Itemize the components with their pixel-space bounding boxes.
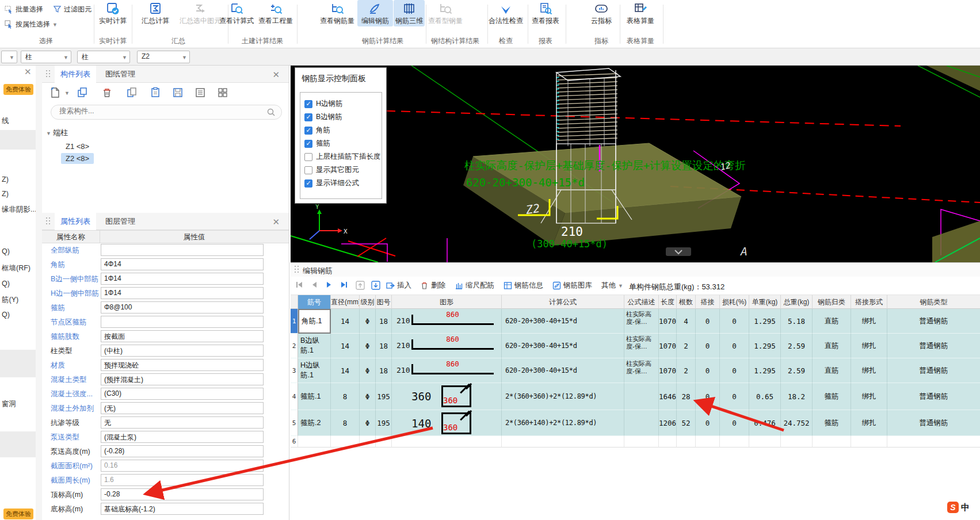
diameter-cell[interactable]: 14: [331, 358, 360, 383]
grade-cell[interactable]: Φ: [360, 334, 376, 358]
close-icon[interactable]: ✕: [272, 70, 280, 80]
formula-cell[interactable]: 620-20+300-40+15*d: [502, 309, 624, 334]
steel-type-cell[interactable]: 普通钢筋: [887, 358, 980, 383]
tab-layer-management[interactable]: 图层管理: [100, 213, 141, 230]
unit-weight-cell[interactable]: 1.295: [749, 334, 781, 358]
property-value-field[interactable]: [101, 316, 264, 328]
copy-component-icon[interactable]: [77, 87, 88, 98]
total-weight-cell[interactable]: 18.2: [781, 383, 813, 410]
filter-elements-button[interactable]: 过滤图元: [53, 5, 91, 14]
move-row-up-button[interactable]: [356, 281, 365, 290]
shape-cell[interactable]: 140 360: [392, 410, 502, 436]
strip-item[interactable]: Z): [2, 190, 9, 198]
row-number-cell[interactable]: 5: [291, 410, 298, 436]
delete-row-button[interactable]: 删除: [420, 281, 445, 290]
shape-cell[interactable]: 210 860: [392, 309, 502, 334]
unit-weight-cell[interactable]: 0.65: [749, 383, 781, 410]
shape-no-cell[interactable]: [376, 436, 392, 448]
total-weight-cell[interactable]: 2.59: [781, 358, 813, 383]
diameter-cell[interactable]: 14: [331, 334, 360, 358]
bar-name-cell[interactable]: H边纵筋.1: [298, 358, 331, 383]
steel-type-cell[interactable]: 普通钢筋: [887, 410, 980, 436]
selector-combo-name[interactable]: Z2▼: [137, 51, 190, 63]
loss-cell[interactable]: 0: [720, 334, 749, 358]
next-row-button[interactable]: [325, 281, 333, 289]
chevron-down-icon[interactable]: ▼: [64, 90, 70, 96]
strip-item[interactable]: Q): [2, 280, 10, 288]
formula-cell[interactable]: 2*(360+360)+2*(12.89*d): [502, 383, 624, 410]
close-icon[interactable]: ✕: [24, 68, 32, 76]
property-value-field[interactable]: 1Φ14: [101, 287, 264, 299]
property-value-field[interactable]: 1.6: [101, 474, 264, 486]
search-input[interactable]: [59, 107, 255, 115]
strip-item[interactable]: 缘非阴影...: [2, 205, 36, 215]
display-option-checkbox[interactable]: 箍筋: [304, 137, 382, 150]
lap-cell[interactable]: 0: [696, 309, 720, 334]
bar-name-cell[interactable]: 角筋.1: [298, 309, 331, 334]
rebar-info-button[interactable]: 钢筋信息: [504, 281, 543, 290]
property-value-field[interactable]: 1Φ14: [101, 273, 264, 285]
tree-item-z2[interactable]: Z2 <8>: [61, 153, 94, 164]
display-option-checkbox[interactable]: 角筋: [304, 124, 382, 137]
bar-name-cell[interactable]: 箍筋.2: [298, 410, 331, 436]
length-cell[interactable]: 1070: [659, 358, 677, 383]
lap-type-cell[interactable]: 绑扎: [851, 334, 887, 358]
other-menu-button[interactable]: 其他▼: [601, 281, 623, 290]
strip-item[interactable]: Q): [2, 311, 10, 319]
length-cell[interactable]: [659, 436, 677, 448]
store-icon[interactable]: [172, 87, 184, 98]
tab-component-list[interactable]: 构件列表: [55, 66, 96, 83]
cloud-index-button[interactable]: 云指标: [585, 0, 617, 26]
steel-type-cell[interactable]: 普通钢筋: [887, 383, 980, 410]
count-cell[interactable]: 2: [677, 358, 696, 383]
bar-name-cell[interactable]: 箍筋.1: [298, 383, 331, 410]
formula-cell[interactable]: 2*(360+140)+2*(12.89*d): [502, 410, 624, 436]
loss-cell[interactable]: 0: [720, 358, 749, 383]
formula-cell[interactable]: 620-20+300-40+15*d: [502, 358, 624, 383]
display-option-checkbox[interactable]: B边钢筋: [304, 110, 382, 124]
formula-desc-cell[interactable]: [624, 383, 659, 410]
grade-cell[interactable]: [360, 436, 376, 448]
property-value-field[interactable]: (混凝土泵): [101, 431, 264, 443]
property-value-field[interactable]: 4Φ14: [101, 258, 264, 270]
formula-cell[interactable]: [502, 436, 624, 448]
diameter-cell[interactable]: 8: [331, 410, 360, 436]
shape-no-cell[interactable]: 18: [376, 334, 392, 358]
count-cell[interactable]: 2: [677, 334, 696, 358]
strip-item[interactable]: Z): [2, 175, 9, 183]
category-cell[interactable]: 直筋: [813, 334, 851, 358]
diameter-cell[interactable]: 8: [331, 383, 360, 410]
tab-drawing-management[interactable]: 图纸管理: [100, 66, 141, 83]
view-rebar-qty-button[interactable]: 查看钢筋量: [318, 0, 357, 26]
grade-cell[interactable]: Φ: [360, 383, 376, 410]
property-value-field[interactable]: [101, 244, 264, 256]
total-weight-cell[interactable]: 24.752: [781, 410, 813, 436]
list-view-icon[interactable]: [195, 87, 206, 98]
diameter-cell[interactable]: [331, 436, 360, 448]
property-value-field[interactable]: 预拌现浇砼: [101, 359, 264, 371]
lap-cell[interactable]: 0: [696, 383, 720, 410]
go-first-row-button[interactable]: [295, 281, 303, 289]
formula-desc-cell[interactable]: 柱实际高度-保…: [624, 309, 659, 334]
grade-cell[interactable]: Φ: [360, 410, 376, 436]
shape-no-cell[interactable]: 18: [376, 358, 392, 383]
property-value-field[interactable]: (无): [101, 402, 264, 414]
strip-item[interactable]: 窗洞: [2, 399, 16, 409]
loss-cell[interactable]: [720, 436, 749, 448]
rebar-library-button[interactable]: 钢筋图库: [552, 281, 592, 290]
strip-item[interactable]: 线: [2, 116, 9, 126]
unit-weight-cell[interactable]: 1.295: [749, 358, 781, 383]
tab-property-list[interactable]: 属性列表: [55, 213, 96, 230]
category-cell[interactable]: 直筋: [813, 309, 851, 334]
length-cell[interactable]: 1646: [659, 383, 677, 410]
steel-type-cell[interactable]: [887, 436, 980, 448]
category-cell[interactable]: 直筋: [813, 358, 851, 383]
count-cell[interactable]: [677, 436, 696, 448]
formula-cell[interactable]: 620-20+300-40+15*d: [502, 334, 624, 358]
close-icon[interactable]: ✕: [272, 217, 280, 227]
loss-cell[interactable]: 0: [720, 383, 749, 410]
steel-type-cell[interactable]: 普通钢筋: [887, 309, 980, 334]
rebar-3d-button[interactable]: 钢筋三维: [394, 0, 425, 26]
formula-desc-cell[interactable]: 柱实际高度-保…: [624, 334, 659, 358]
grade-cell[interactable]: Φ: [360, 358, 376, 383]
